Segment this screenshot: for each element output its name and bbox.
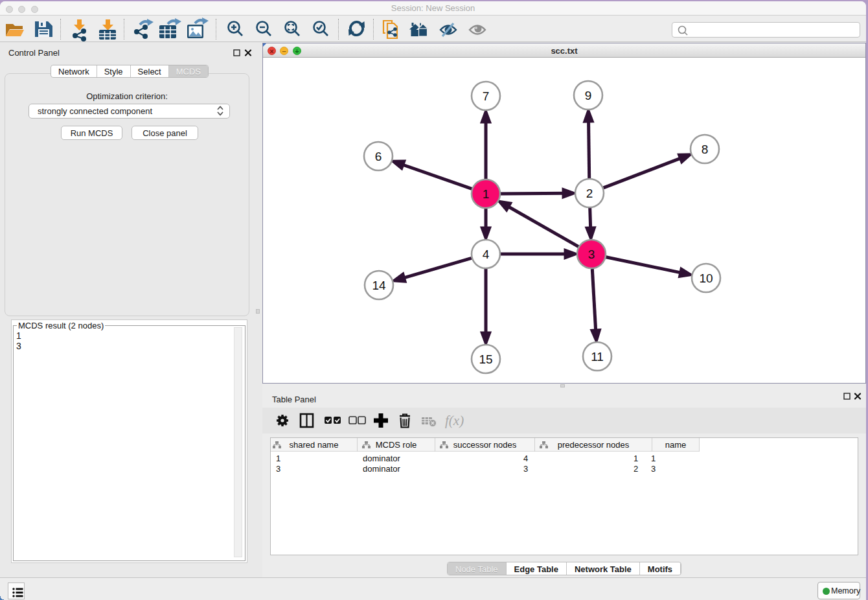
svg-text:10: 10: [699, 271, 713, 285]
svg-text:9: 9: [585, 89, 592, 102]
svg-text:f(x): f(x): [445, 413, 464, 428]
svg-text:1: 1: [483, 187, 490, 201]
svg-text:8: 8: [702, 143, 709, 156]
svg-text:11: 11: [591, 350, 604, 363]
svg-text:15: 15: [479, 352, 492, 366]
svg-text:4: 4: [483, 248, 490, 261]
svg-text:3: 3: [588, 248, 595, 261]
svg-text:2: 2: [586, 187, 593, 200]
svg-text:7: 7: [483, 89, 490, 103]
svg-text:6: 6: [375, 150, 382, 163]
svg-text:14: 14: [372, 279, 386, 292]
